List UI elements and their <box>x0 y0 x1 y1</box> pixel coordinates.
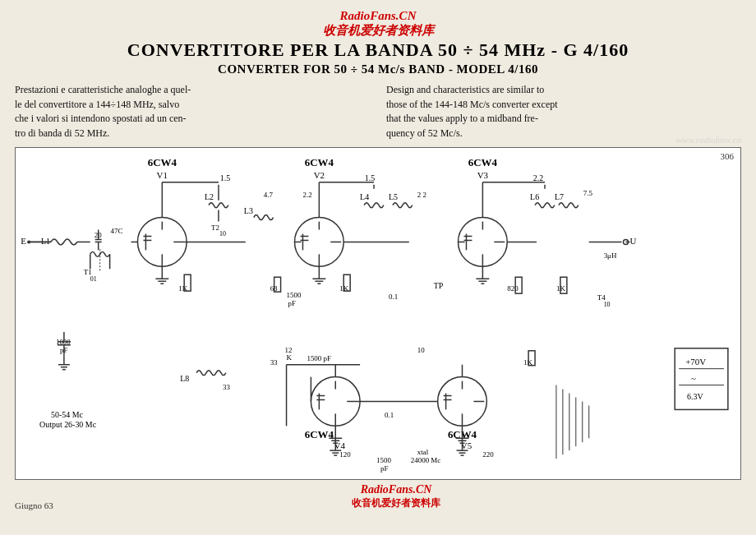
svg-text:Output 26-30 Mc: Output 26-30 Mc <box>39 420 97 429</box>
svg-text:xtal: xtal <box>417 448 429 456</box>
bottom-row: Giugno 63 RadioFans.CN 收音机爱好者资料库 <box>15 483 741 510</box>
svg-text:50-54 Mc: 50-54 Mc <box>51 410 84 419</box>
footer-date: Giugno 63 <box>15 500 53 510</box>
watermark-top: RadioFans.CN 收音机爱好者资料库 <box>15 8 741 38</box>
watermark-top-line1: RadioFans.CN <box>15 8 741 23</box>
svg-text:10: 10 <box>604 301 611 308</box>
svg-text:10: 10 <box>417 346 425 354</box>
svg-text:T2: T2 <box>211 223 219 231</box>
svg-text:L2: L2 <box>205 192 214 201</box>
svg-text:V3: V3 <box>477 170 489 180</box>
svg-text:0.1: 0.1 <box>389 293 398 301</box>
svg-text:24000 Mc: 24000 Mc <box>411 456 441 464</box>
svg-text:4.7: 4.7 <box>264 191 274 199</box>
svg-text:1500: 1500 <box>287 291 302 299</box>
svg-rect-0 <box>16 148 740 479</box>
svg-text:10: 10 <box>219 230 226 238</box>
svg-text:1500 pF: 1500 pF <box>307 354 331 362</box>
watermark-bottom: RadioFans.CN 收音机爱好者资料库 <box>53 483 740 510</box>
svg-text:2 2: 2 2 <box>417 191 426 199</box>
svg-text:7.5: 7.5 <box>583 189 593 197</box>
svg-text:K: K <box>287 353 293 362</box>
circuit-number: 306 <box>721 151 735 161</box>
svg-text:33: 33 <box>223 382 230 390</box>
watermark-mid: www.radiofans.cn <box>676 134 741 147</box>
svg-text:1.5: 1.5 <box>220 173 230 182</box>
description-row: Prestazioni e caratteristiche analoghe a… <box>15 83 741 141</box>
svg-text:pF: pF <box>288 299 296 307</box>
svg-text:TP: TP <box>434 281 444 290</box>
svg-text:2.2: 2.2 <box>533 173 543 182</box>
svg-text:1.5: 1.5 <box>365 173 375 182</box>
bottom-right-space <box>739 500 741 510</box>
svg-text:01: 01 <box>90 275 97 283</box>
svg-text:120: 120 <box>339 450 351 459</box>
svg-text:L5: L5 <box>389 192 398 201</box>
svg-text:6CW4: 6CW4 <box>305 428 334 440</box>
svg-text:V2: V2 <box>314 170 325 180</box>
svg-text:~: ~ <box>691 373 696 383</box>
svg-text:6CW4: 6CW4 <box>148 156 177 168</box>
svg-text:0.1: 0.1 <box>385 411 394 419</box>
svg-text:L3: L3 <box>244 206 253 215</box>
svg-text:L8: L8 <box>180 374 189 383</box>
svg-text:1K: 1K <box>556 284 565 293</box>
svg-text:U: U <box>629 236 636 246</box>
svg-text:1500: 1500 <box>376 456 391 464</box>
watermark-bottom-line2: 收音机爱好者资料库 <box>53 496 740 510</box>
svg-text:L6: L6 <box>530 192 539 201</box>
svg-text:6.3V: 6.3V <box>687 392 703 401</box>
circuit-diagram: 306 6CW4 V1 6CW4 V2 6CW4 V3 1.5 1.5 2.2 <box>15 147 741 480</box>
svg-text:3μH: 3μH <box>604 251 617 260</box>
svg-text:2.2: 2.2 <box>302 191 311 199</box>
svg-text:L7: L7 <box>555 192 564 201</box>
watermark-top-line2: 收音机爱好者资料库 <box>15 23 741 38</box>
circuit-svg: 6CW4 V1 6CW4 V2 6CW4 V3 1.5 1.5 2.2 <box>16 148 740 479</box>
watermark-bottom-line1: RadioFans.CN <box>53 483 740 496</box>
svg-text:6CW4: 6CW4 <box>305 156 334 168</box>
svg-text:33: 33 <box>270 358 278 367</box>
description-right: Design and characteristics are similar t… <box>386 83 741 141</box>
svg-text:V1: V1 <box>157 170 168 180</box>
svg-text:220: 220 <box>482 450 494 459</box>
svg-text:+70V: +70V <box>685 357 706 367</box>
svg-text:6CW4: 6CW4 <box>468 156 498 168</box>
svg-text:L4: L4 <box>360 192 369 201</box>
page: RadioFans.CN 收音机爱好者资料库 CONVERTITORE PER … <box>0 0 756 535</box>
svg-text:820: 820 <box>507 284 519 293</box>
svg-text:E: E <box>21 236 26 246</box>
sub-title: CONVERTER FOR 50 ÷ 54 Mc/s BAND - MODEL … <box>15 62 741 76</box>
main-title: CONVERTITORE PER LA BANDA 50 ÷ 54 MHz - … <box>15 39 741 61</box>
description-left: Prestazioni e caratteristiche analoghe a… <box>15 83 370 141</box>
svg-text:47C: 47C <box>111 227 123 235</box>
svg-text:pF: pF <box>380 464 388 473</box>
